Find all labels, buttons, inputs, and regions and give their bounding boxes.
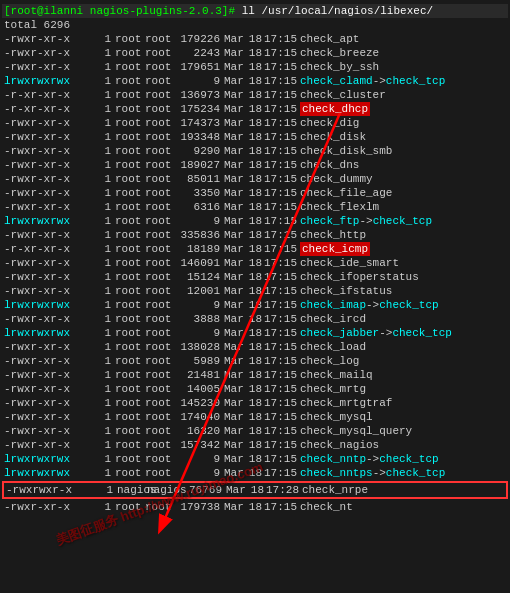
size: 9: [175, 326, 220, 340]
time: 17:15: [264, 354, 296, 368]
user: root: [115, 312, 145, 326]
user: root: [115, 396, 145, 410]
month: Mar: [224, 130, 246, 144]
file-row: -r-xr-xr-x1root root 175234Mar 1817:15 c…: [2, 102, 508, 116]
month: Mar: [224, 256, 246, 270]
filename: check_ftp: [300, 214, 359, 228]
filename: check_nntps: [300, 466, 373, 480]
month: Mar: [224, 312, 246, 326]
month: Mar: [224, 74, 246, 88]
time: 17:15: [264, 298, 296, 312]
perms: -rwxr-xr-x: [4, 158, 99, 172]
perms: -rwxr-xr-x: [4, 46, 99, 60]
user: root: [115, 46, 145, 60]
file-row: -rwxr-xr-x1root root 12001Mar 1817:15 ch…: [2, 284, 508, 298]
size: 189027: [175, 158, 220, 172]
total-line: total 6296: [2, 18, 508, 32]
group: root: [145, 340, 175, 354]
user: nagios: [117, 483, 147, 497]
file-row: -rwxr-xr-x1root root 193348Mar 1817:15 c…: [2, 130, 508, 144]
day: 18: [246, 354, 262, 368]
filename: check_clamd: [300, 74, 373, 88]
file-row: -rwxrwxr-x1nagios nagios 76769Mar 1817:2…: [2, 481, 508, 499]
perms: -rwxr-xr-x: [4, 382, 99, 396]
arrow: ->: [366, 298, 379, 312]
links: 1: [99, 340, 111, 354]
perms: lrwxrwxrwx: [4, 326, 99, 340]
size: 179738: [175, 500, 220, 514]
links: 1: [99, 424, 111, 438]
arrow: ->: [373, 74, 386, 88]
filename-highlight: check_dhcp: [300, 102, 370, 116]
file-row: -r-xr-xr-x1root root 136973Mar 1817:15 c…: [2, 88, 508, 102]
day: 18: [246, 60, 262, 74]
links: 1: [99, 368, 111, 382]
arrow: ->: [359, 214, 372, 228]
size: 3888: [175, 312, 220, 326]
symlink-target: check_tcp: [386, 466, 445, 480]
file-row: -rwxr-xr-x1root root 9290Mar 1817:15 che…: [2, 144, 508, 158]
group: root: [145, 326, 175, 340]
links: 1: [99, 396, 111, 410]
time: 17:15: [264, 368, 296, 382]
user: root: [115, 410, 145, 424]
day: 18: [246, 410, 262, 424]
perms: -rwxr-xr-x: [4, 60, 99, 74]
perms: -rwxr-xr-x: [4, 396, 99, 410]
perms: -rwxr-xr-x: [4, 172, 99, 186]
size: 335836: [175, 228, 220, 242]
day: 18: [246, 116, 262, 130]
perms: -rwxr-xr-x: [4, 186, 99, 200]
day: 18: [246, 466, 262, 480]
perms: -rwxr-xr-x: [4, 256, 99, 270]
month: Mar: [224, 102, 246, 116]
size: 193348: [175, 130, 220, 144]
perms: lrwxrwxrwx: [4, 452, 99, 466]
file-row: -r-xr-xr-x1root root 18189Mar 1817:15 ch…: [2, 242, 508, 256]
links: 1: [99, 88, 111, 102]
size: 145230: [175, 396, 220, 410]
group: root: [145, 214, 175, 228]
user: root: [115, 60, 145, 74]
day: 18: [246, 172, 262, 186]
group: root: [145, 46, 175, 60]
perms: -rwxr-xr-x: [4, 438, 99, 452]
month: Mar: [224, 340, 246, 354]
day: 18: [246, 32, 262, 46]
month: Mar: [224, 60, 246, 74]
user: root: [115, 88, 145, 102]
user: root: [115, 326, 145, 340]
group: root: [145, 144, 175, 158]
month: Mar: [224, 410, 246, 424]
filename: check_mailq: [300, 368, 373, 382]
file-row: -rwxr-xr-x1root root 3888Mar 1817:15 che…: [2, 312, 508, 326]
links: 1: [99, 228, 111, 242]
size: 179226: [175, 32, 220, 46]
filename-highlight: check_icmp: [300, 242, 370, 256]
time: 17:15: [264, 32, 296, 46]
filename: check_log: [300, 354, 359, 368]
group: root: [145, 186, 175, 200]
links: 1: [99, 214, 111, 228]
size: 3350: [175, 186, 220, 200]
day: 18: [246, 214, 262, 228]
user: root: [115, 200, 145, 214]
group: root: [145, 74, 175, 88]
size: 136973: [175, 88, 220, 102]
month: Mar: [224, 354, 246, 368]
size: 9: [175, 74, 220, 88]
file-row: lrwxrwxrwx1root root 9Mar 1817:15 check_…: [2, 74, 508, 88]
month: Mar: [224, 88, 246, 102]
links: 1: [99, 466, 111, 480]
day: 18: [246, 144, 262, 158]
links: 1: [99, 410, 111, 424]
time: 17:15: [264, 116, 296, 130]
day: 18: [246, 368, 262, 382]
links: 1: [99, 144, 111, 158]
perms: -rwxr-xr-x: [4, 32, 99, 46]
links: 1: [99, 158, 111, 172]
time: 17:15: [264, 172, 296, 186]
links: 1: [99, 60, 111, 74]
time: 17:15: [264, 340, 296, 354]
filename: check_dig: [300, 116, 359, 130]
